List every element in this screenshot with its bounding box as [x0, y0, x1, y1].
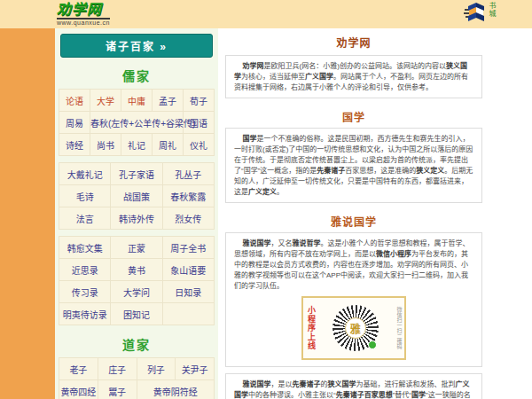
book-link[interactable]: 老子	[69, 365, 87, 375]
table-row: 韩愈文集正蒙周子全书	[59, 237, 215, 259]
paragraph: 劝学网是欧阳卫兵(网名：小雅)创办的公益网站。该网站的内容以狭义国学为核心，适当…	[234, 61, 473, 93]
book-link[interactable]: 庄子	[108, 365, 126, 375]
book-link[interactable]: 孟子	[159, 97, 176, 106]
book-link[interactable]: 传习录	[72, 288, 98, 298]
book-link[interactable]: 黄帝四经	[60, 387, 96, 397]
book-link[interactable]: 明夷待访录	[63, 310, 107, 320]
table-cell: 传习录	[59, 281, 111, 303]
table-cell: 日知录	[162, 281, 214, 303]
book-link[interactable]: 日知录	[175, 288, 201, 298]
book-link[interactable]: 大学	[97, 97, 114, 106]
book-link[interactable]: 毛诗	[76, 192, 94, 202]
book-link[interactable]: 周易	[66, 119, 83, 129]
qr-panel[interactable]: 小程序上线雅微信扫一扫二维码	[301, 296, 406, 360]
book-link[interactable]: 周礼	[159, 141, 176, 151]
book-link[interactable]: 韩诗外传	[119, 215, 154, 224]
book-link[interactable]: 关尹子	[182, 365, 208, 375]
site-logo[interactable]: 劝学网 www.quanxue.cn	[57, 3, 110, 26]
table-cell: 大戴礼记	[59, 163, 111, 185]
text-box: 劝学网是欧阳卫兵(网名：小雅)创办的公益网站。该网站的内容以狭义国学为核心，适当…	[225, 55, 482, 98]
qr-code[interactable]: 雅	[332, 305, 379, 351]
table-cell: 关尹子	[176, 358, 215, 380]
table-row: 诗经尚书礼记周礼仪礼	[59, 134, 215, 156]
content-wrap: 劝学网 劝学网是欧阳卫兵(网名：小雅)创办的公益网站。该网站的内容以狭义国学为核…	[225, 28, 482, 399]
table-cell: 法言	[59, 207, 111, 230]
table-row: 周易春秋(左传+公羊传+谷梁传)国语	[59, 112, 215, 134]
book-link[interactable]: 诗经	[66, 141, 83, 151]
table-cell: 尚书	[90, 134, 121, 156]
content-panel: 劝学网 劝学网是欧阳卫兵(网名：小雅)创办的公益网站。该网站的内容以狭义国学为核…	[218, 28, 532, 399]
text-box: 雅说国学，是以先秦诸子的狭义国学为基础，进行解读和发扬、批判广义国学中的各种谬误…	[225, 373, 482, 399]
table-row: 明夷待访录困知记	[59, 303, 215, 325]
qr-right-label: 微信扫一扫二维码	[395, 307, 402, 349]
book-link[interactable]: 国语	[190, 119, 207, 129]
table-cell: 春秋繁露	[162, 185, 214, 207]
book-link[interactable]: 鬻子	[108, 387, 126, 397]
book-link[interactable]: 春秋(左传+公羊传+谷梁传)	[90, 119, 195, 129]
book-table: 论语大学中庸孟子荀子周易春秋(左传+公羊传+谷梁传)国语诗经尚书礼记周礼仪礼	[59, 89, 215, 156]
qr-center-char: 雅	[345, 317, 366, 339]
book-link[interactable]: 仪礼	[190, 141, 207, 151]
book-link[interactable]: 韩愈文集	[67, 244, 103, 254]
book-link[interactable]: 象山语要	[170, 266, 206, 276]
table-row: 法言韩诗外传烈女传	[59, 207, 215, 230]
book-link[interactable]: 大戴礼记	[67, 170, 103, 180]
table-cell: 韩愈文集	[59, 237, 111, 259]
section-title: 道家	[59, 332, 215, 357]
book-table: 大戴礼记孔子家语孔丛子毛诗战国策春秋繁露法言韩诗外传烈女传	[59, 162, 215, 230]
book-link[interactable]: 法言	[76, 215, 94, 224]
book-link[interactable]: 春秋繁露	[170, 192, 206, 202]
book-link[interactable]: 孔丛子	[175, 170, 201, 180]
table-cell: 周礼	[153, 134, 184, 156]
book-link[interactable]: 黄书	[128, 266, 145, 276]
book-link[interactable]: 中庸	[128, 97, 145, 106]
zhuzi-baijia-button[interactable]: 诸子百家 »	[60, 34, 213, 58]
book-link[interactable]: 正蒙	[128, 244, 145, 254]
table-row: 大戴礼记孔子家语孔丛子	[59, 163, 215, 185]
site-header: 劝学网 www.quanxue.cn 书城	[0, 0, 532, 28]
book-link[interactable]: 周子全书	[170, 244, 206, 254]
book-link[interactable]: 大学问	[123, 288, 150, 298]
table-cell: 仪礼	[184, 134, 215, 156]
book-link[interactable]: 黄帝阴符经	[153, 387, 198, 397]
table-cell	[162, 303, 214, 325]
paragraph: 雅说国学，是以先秦诸子的狭义国学为基础，进行解读和发扬、批判广义国学中的各种谬误…	[234, 379, 473, 399]
content-heading: 国学	[225, 105, 482, 128]
book-link[interactable]: 礼记	[128, 141, 145, 151]
table-cell: 庄子	[98, 358, 137, 380]
book-link[interactable]: 近思录	[72, 266, 98, 276]
book-link[interactable]: 荀子	[190, 97, 207, 106]
book-table: 老子庄子列子关尹子黄帝四经鬻子黄帝阴符经文子鬼谷子本经阴符七术	[59, 357, 215, 399]
table-cell: 孔丛子	[162, 163, 214, 185]
page: 劝学网 www.quanxue.cn 书城	[0, 0, 532, 399]
paragraph: 国学是一个不准确的俗称。这是民国初期，西方德先生和赛先生的引入，一时打败(或否定…	[234, 134, 473, 198]
book-link[interactable]: 论语	[66, 97, 83, 106]
book-link[interactable]: 困知记	[123, 310, 150, 320]
wechat-icon	[368, 340, 377, 349]
table-cell: 象山语要	[162, 259, 214, 281]
table-row: 黄帝四经鬻子黄帝阴符经	[59, 380, 215, 399]
table-cell: 烈女传	[162, 207, 214, 230]
book-table: 韩愈文集正蒙周子全书近思录黄书象山语要传习录大学问日知录明夷待访录困知记	[59, 236, 215, 325]
table-row: 近思录黄书象山语要	[59, 259, 215, 281]
table-cell: 近思录	[59, 259, 111, 281]
table-cell: 列子	[137, 358, 176, 380]
paragraph: 雅说国学，又名雅说哲学。这是小雅个人的哲学思想和教程，属于哲学、思想领域，所有内…	[234, 239, 473, 292]
content-blocks: 劝学网是欧阳卫兵(网名：小雅)创办的公益网站。该网站的内容以狭义国学为核心，适当…	[225, 55, 482, 399]
table-cell: 诗经	[59, 134, 90, 156]
table-cell: 韩诗外传	[111, 207, 162, 230]
table-cell: 大学	[90, 90, 121, 112]
book-link[interactable]: 孔子家语	[119, 170, 154, 180]
book-link[interactable]: 烈女传	[175, 215, 201, 224]
book-link[interactable]: 尚书	[97, 141, 114, 151]
bookstore-link[interactable]: 书城	[464, 2, 495, 27]
book-link[interactable]: 战国策	[123, 192, 150, 202]
table-cell: 困知记	[111, 303, 162, 325]
book-link[interactable]: 列子	[147, 365, 165, 375]
table-cell: 老子	[59, 358, 98, 380]
sidebar: 诸子百家 » 儒家论语大学中庸孟子荀子周易春秋(左传+公羊传+谷梁传)国语诗经尚…	[55, 28, 218, 399]
table-cell: 孔子家语	[111, 163, 162, 185]
left-margin	[0, 28, 55, 399]
table-cell: 荀子	[184, 90, 215, 112]
table-cell: 战国策	[111, 185, 162, 207]
